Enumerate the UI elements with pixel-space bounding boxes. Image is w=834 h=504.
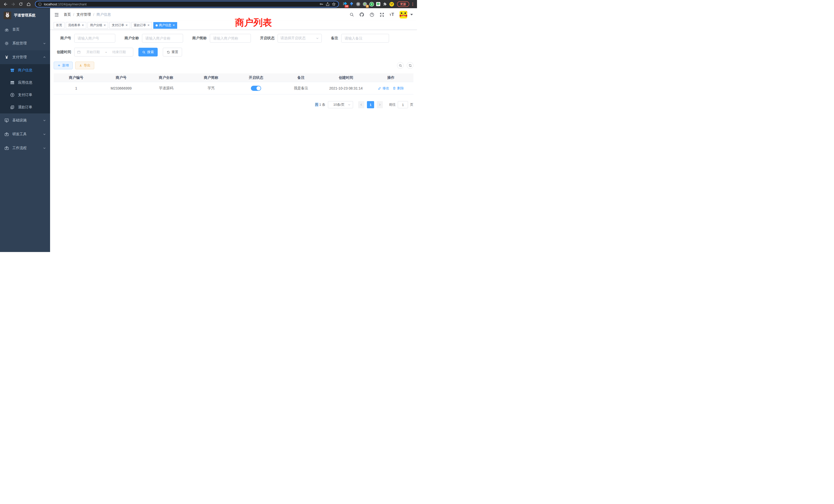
sidebar-item-workflow[interactable]: 工作流程 bbox=[0, 141, 50, 155]
sidebar-item-merchant-info[interactable]: 商户信息 bbox=[0, 64, 50, 76]
goto-page-input[interactable] bbox=[398, 101, 408, 108]
chevron-left-icon bbox=[360, 103, 363, 106]
sidebar-item-label: 支付订单 bbox=[18, 93, 32, 97]
active-dot bbox=[156, 24, 158, 26]
user-menu-caret-icon[interactable] bbox=[410, 14, 413, 16]
sidebar-item-infra[interactable]: 基础设施 bbox=[0, 113, 50, 127]
table-header-row: 商户编号 商户号 商户全称 商户简称 开启状态 备注 创建时间 操作 bbox=[54, 73, 413, 82]
sidebar-item-pay[interactable]: 支付管理 bbox=[0, 50, 50, 64]
page-number-1[interactable]: 1 bbox=[367, 101, 374, 108]
show-search-button[interactable] bbox=[397, 62, 404, 69]
status-toggle[interactable] bbox=[251, 86, 261, 91]
pagination-total: 共 1 条 bbox=[315, 102, 325, 107]
sidebar-item-system[interactable]: 系统管理 bbox=[0, 37, 50, 50]
pinned-extension-icon[interactable]: 10 bbox=[342, 1, 348, 7]
filter-create-time: 创建时间 开始日期 - 结束日期 bbox=[54, 48, 133, 56]
tab-refund-order[interactable]: 退款订单✕ bbox=[131, 22, 152, 29]
sidebar-item-home[interactable]: 首页 bbox=[0, 23, 50, 37]
sidebar-item-label: 退款订单 bbox=[18, 105, 32, 110]
close-icon[interactable]: ✕ bbox=[173, 24, 175, 27]
page-size-select[interactable]: 10条/页 bbox=[328, 101, 353, 108]
refresh-table-button[interactable] bbox=[407, 62, 413, 69]
forward-icon[interactable] bbox=[10, 1, 17, 7]
fullscreen-icon[interactable] bbox=[379, 12, 385, 17]
full-name-input[interactable] bbox=[142, 34, 183, 43]
prev-page-button[interactable] bbox=[358, 101, 364, 108]
sidebar-item-label: 应用信息 bbox=[18, 80, 32, 85]
y-extension-icon[interactable]: Y bbox=[369, 1, 374, 7]
sidebar-item-label: 研发工具 bbox=[12, 132, 27, 137]
merchant-no-input[interactable] bbox=[74, 34, 115, 43]
filter-label: 商户号 bbox=[54, 36, 71, 41]
browser-toolbar: localhost:1024/pay/merchant 10 ⌘ 1 Y 更新 bbox=[0, 0, 417, 8]
delete-link[interactable]: 删除 bbox=[393, 86, 404, 91]
close-icon[interactable]: ✕ bbox=[104, 24, 106, 27]
tab-home[interactable]: 首页 bbox=[54, 22, 64, 29]
url-bar[interactable]: localhost:1024/pay/merchant bbox=[35, 1, 339, 7]
filter-label: 创建时间 bbox=[54, 50, 71, 54]
share-icon[interactable] bbox=[326, 2, 330, 6]
tab-user-group[interactable]: 用户分组✕ bbox=[88, 22, 108, 29]
tab-pay-order[interactable]: 支付订单✕ bbox=[109, 22, 130, 29]
reload-icon[interactable] bbox=[18, 1, 24, 7]
chevron-down-icon bbox=[43, 119, 46, 122]
goto-label: 前往 bbox=[389, 102, 396, 107]
tab-process-form[interactable]: 流程表单✕ bbox=[66, 22, 86, 29]
close-icon[interactable]: ✕ bbox=[147, 24, 150, 27]
bookmark-star-icon[interactable] bbox=[332, 2, 336, 6]
chat-extension-icon[interactable] bbox=[375, 1, 381, 7]
svg-text:Y: Y bbox=[371, 3, 373, 6]
browser-update-button[interactable]: 更新 bbox=[397, 1, 409, 7]
extension-badge: 1 bbox=[366, 5, 369, 8]
short-name-input[interactable] bbox=[210, 34, 251, 43]
remark-input[interactable] bbox=[341, 34, 389, 43]
user-avatar[interactable] bbox=[399, 11, 407, 19]
emoji-extension-icon[interactable] bbox=[389, 1, 394, 7]
tab-merchant-info[interactable]: 商户信息✕ bbox=[153, 22, 177, 29]
sidebar-item-app-info[interactable]: 应用信息 bbox=[0, 76, 50, 89]
command-extension-icon[interactable]: ⌘ bbox=[355, 1, 361, 7]
toolbox-icon bbox=[4, 132, 9, 137]
shop-icon bbox=[10, 68, 15, 73]
key-icon[interactable] bbox=[320, 2, 324, 6]
search-icon bbox=[142, 50, 146, 54]
date-range-input[interactable]: 开始日期 - 结束日期 bbox=[74, 48, 133, 56]
chevron-down-icon bbox=[43, 133, 46, 136]
browser-menu-icon[interactable] bbox=[411, 3, 414, 6]
github-icon[interactable] bbox=[359, 12, 364, 17]
home-icon[interactable] bbox=[25, 1, 32, 7]
search-button[interactable]: 搜索 bbox=[138, 48, 158, 56]
close-icon[interactable]: ✕ bbox=[82, 24, 84, 27]
help-icon[interactable] bbox=[370, 12, 374, 17]
status-select[interactable]: 请选择开启状态 bbox=[278, 34, 322, 43]
refund-doc-icon bbox=[10, 105, 15, 110]
cell-remark: 我是备注 bbox=[279, 86, 324, 91]
tags-view-bar: 首页 流程表单✕ 用户分组✕ 支付订单✕ 退款订单✕ 商户信息✕ bbox=[50, 21, 417, 30]
cell-create-time: 2021-10-23 08:31:14 bbox=[324, 86, 369, 90]
sidebar-item-pay-order[interactable]: 支付订单 bbox=[0, 89, 50, 101]
sidebar-item-devtools[interactable]: 研发工具 bbox=[0, 127, 50, 141]
sidebar-fold-icon[interactable] bbox=[54, 12, 59, 17]
close-icon[interactable]: ✕ bbox=[125, 24, 128, 27]
filter-full-name: 商户全称 bbox=[122, 34, 183, 43]
page-unit: 页 bbox=[410, 102, 413, 107]
kite-extension-icon[interactable] bbox=[349, 1, 354, 7]
reset-button[interactable]: 重置 bbox=[163, 48, 182, 56]
search-icon[interactable] bbox=[349, 12, 354, 17]
next-page-button[interactable] bbox=[377, 101, 383, 108]
breadcrumb-home[interactable]: 首页 bbox=[64, 12, 71, 17]
sidebar-item-refund-order[interactable]: 退款订单 bbox=[0, 101, 50, 113]
puzzle-extensions-icon[interactable] bbox=[382, 1, 388, 7]
back-icon[interactable] bbox=[2, 1, 9, 7]
date-start-placeholder: 开始日期 bbox=[82, 50, 105, 54]
proxy-extension-icon[interactable]: 1 bbox=[362, 1, 368, 7]
edit-link[interactable]: 修改 bbox=[378, 86, 389, 91]
add-button[interactable]: 新增 bbox=[54, 62, 73, 69]
calendar-icon bbox=[77, 50, 81, 54]
filter-remark: 备注 bbox=[328, 34, 389, 43]
export-button[interactable]: 导出 bbox=[75, 62, 94, 69]
breadcrumb-pay[interactable]: 支付管理 bbox=[76, 12, 91, 17]
app-logo[interactable]: 芋道管理系统 bbox=[0, 8, 50, 23]
font-size-icon[interactable]: TT bbox=[390, 12, 394, 17]
logo-rabbit-icon bbox=[4, 12, 11, 19]
